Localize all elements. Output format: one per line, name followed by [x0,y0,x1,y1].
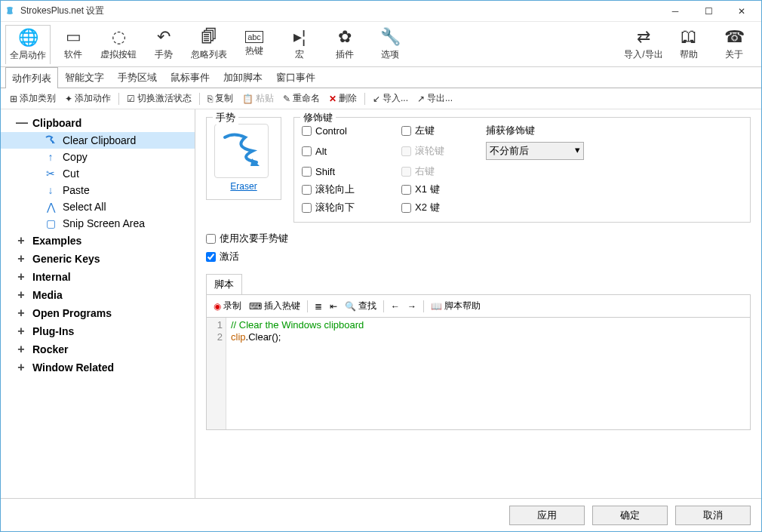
indent-button[interactable]: ≣ [312,300,324,313]
toolbar-options[interactable]: 🔧选项 [367,25,413,64]
toolbar-import-export[interactable]: ⇄导入/导出 [621,25,666,64]
tab-mouse-event[interactable]: 鼠标事件 [164,66,217,88]
next-button[interactable]: → [405,300,419,313]
toolbar-macro[interactable]: ▸¦宏 [277,25,322,64]
toolbar-gesture[interactable]: ↶手势 [141,25,186,64]
script-editor[interactable]: 12 // Clear the Windows clipboard clip.C… [206,317,751,430]
tree-cat-examples[interactable]: +Examples [1,232,195,250]
main-content: —Clipboard Clear Clipboard ↑Copy ✂Cut ↓P… [1,109,761,498]
tree-cat-window-related[interactable]: +Window Related [1,358,195,377]
scissors-icon: ✂ [45,168,57,180]
checkbox-secondary-gesture[interactable]: 使用次要手势键 [206,232,751,245]
arrow-up-icon: ↑ [45,151,57,163]
toolbar-software[interactable]: ▭软件 [51,25,96,64]
paste-button[interactable]: 📋粘贴 [239,90,277,107]
checkbox-control[interactable]: Control [302,125,385,137]
expand-icon: + [16,288,26,302]
tab-load-script[interactable]: 加卸脚本 [217,66,269,88]
tab-smart-text[interactable]: 智能文字 [58,66,111,88]
modifiers-group: 修饰键 Control 左键 捕获修饰键 Alt 滚轮键 不分前后▾ Shift… [293,117,751,223]
tab-window-event[interactable]: 窗口事件 [269,66,322,88]
toolbar-about[interactable]: ☎关于 [711,25,757,64]
exchange-icon: ⇄ [637,27,650,47]
checkbox-wheeldown[interactable]: 滚轮向下 [302,201,385,214]
ok-button[interactable]: 确定 [592,506,668,525]
insert-hotkey-button[interactable]: ⌨插入热键 [247,298,303,314]
outdent-button[interactable]: ⇤ [327,300,340,313]
record-button[interactable]: ◉录制 [211,298,244,314]
toolbar-ignore-list[interactable]: 🗐忽略列表 [186,25,232,64]
import-button[interactable]: ↙导入... [370,90,411,107]
checkbox-x1[interactable]: X1 键 [401,183,469,196]
footer: 应用 确定 取消 [1,498,761,531]
capture-dropdown[interactable]: 不分前后▾ [486,142,584,160]
app-icon [4,5,16,17]
add-category-button[interactable]: ⊞添加类别 [7,90,59,107]
checkbox-x2[interactable]: X2 键 [401,201,469,214]
copy-button[interactable]: ⎘复制 [204,90,236,107]
tree-cat-rocker[interactable]: +Rocker [1,340,195,358]
section-tabs: 动作列表 智能文字 手势区域 鼠标事件 加卸脚本 窗口事件 [1,67,761,88]
window-title: StrokesPlus.net 设置 [20,5,659,17]
help-icon: 🕮 [681,27,697,47]
content-panel: 手势 Eraser 修饰键 Control 左键 捕获修饰键 Alt 滚轮键 不… [195,109,761,498]
paste-icon: 📋 [242,94,253,104]
cancel-button[interactable]: 取消 [675,506,751,525]
script-help-button[interactable]: 📖脚本帮助 [429,298,483,314]
tab-action-list[interactable]: 动作列表 [5,67,58,88]
prev-button[interactable]: ← [389,300,402,313]
tree-item-select-all[interactable]: ⋀Select All [1,198,195,215]
toolbar-help[interactable]: 🕮帮助 [666,25,711,64]
maximize-button[interactable]: ☐ [692,2,725,21]
code-area[interactable]: // Clear the Windows clipboard clip.Clea… [226,318,750,429]
apply-button[interactable]: 应用 [509,506,585,525]
expand-icon: + [16,324,26,338]
titlebar: StrokesPlus.net 设置 ─ ☐ ✕ [1,1,761,22]
script-toolbar: ◉录制 ⌨插入热键 ≣ ⇤ 🔍查找 ← → 📖脚本帮助 [206,294,751,317]
tree-cat-generic-keys[interactable]: +Generic Keys [1,250,195,268]
tree-cat-internal[interactable]: +Internal [1,268,195,286]
minimize-button[interactable]: ─ [659,2,692,21]
checkbox-activate[interactable]: 激活 [206,250,751,263]
keyboard-icon: ⌨ [249,301,262,312]
tab-gesture-region[interactable]: 手势区域 [111,66,164,88]
close-button[interactable]: ✕ [725,2,758,21]
checkbox-shift[interactable]: Shift [302,166,385,177]
toolbar-hotkey[interactable]: abc热键 [232,25,277,64]
line-gutter: 12 [207,318,226,429]
checkbox-alt[interactable]: Alt [302,146,385,157]
tree-item-copy[interactable]: ↑Copy [1,149,195,165]
toggle-state-button[interactable]: ☑切换激活状态 [124,90,195,107]
tree-item-cut[interactable]: ✂Cut [1,165,195,182]
tree-cat-plugins[interactable]: +Plug-Ins [1,322,195,340]
gesture-zigzag-icon [219,128,264,174]
tree-cat-open-programs[interactable]: +Open Programs [1,304,195,322]
play-icon: ▸¦ [293,27,306,47]
add-action-button[interactable]: ✦添加动作 [62,90,114,107]
tree-item-paste[interactable]: ↓Paste [1,182,195,198]
tree-cat-clipboard[interactable]: —Clipboard [1,114,195,132]
toolbar-global-actions[interactable]: 🌐全局动作 [5,25,51,64]
rename-button[interactable]: ✎重命名 [280,90,323,107]
delete-button[interactable]: ✕删除 [326,90,360,107]
checkbox-left[interactable]: 左键 [401,124,469,137]
copy-icon: ⎘ [207,94,213,104]
action-tree: —Clipboard Clear Clipboard ↑Copy ✂Cut ↓P… [1,109,195,498]
modifiers-legend: 修饰键 [300,111,336,125]
toolbar-plugin[interactable]: ✿插件 [322,25,367,64]
expand-icon: + [16,361,26,374]
export-button[interactable]: ↗导出... [414,90,456,107]
globe-icon: 🌐 [18,28,38,48]
tree-cat-media[interactable]: +Media [1,286,195,304]
checkbox-wheelup[interactable]: 滚轮向上 [302,183,385,196]
script-tab[interactable]: 脚本 [206,274,242,294]
gesture-preview[interactable] [214,124,269,178]
arrow-right-icon: → [407,301,416,312]
tree-item-snip[interactable]: ▢Snip Screen Area [1,215,195,232]
gesture-name-link[interactable]: Eraser [214,181,273,192]
find-button[interactable]: 🔍查找 [343,298,379,314]
tree-item-clear-clipboard[interactable]: Clear Clipboard [1,132,195,149]
toolbar-virtual-button[interactable]: ◌虚拟按钮 [96,25,141,64]
script-section: 脚本 ◉录制 ⌨插入热键 ≣ ⇤ 🔍查找 ← → 📖脚本帮助 12 // Cle… [206,274,751,430]
expand-icon: + [16,343,26,356]
